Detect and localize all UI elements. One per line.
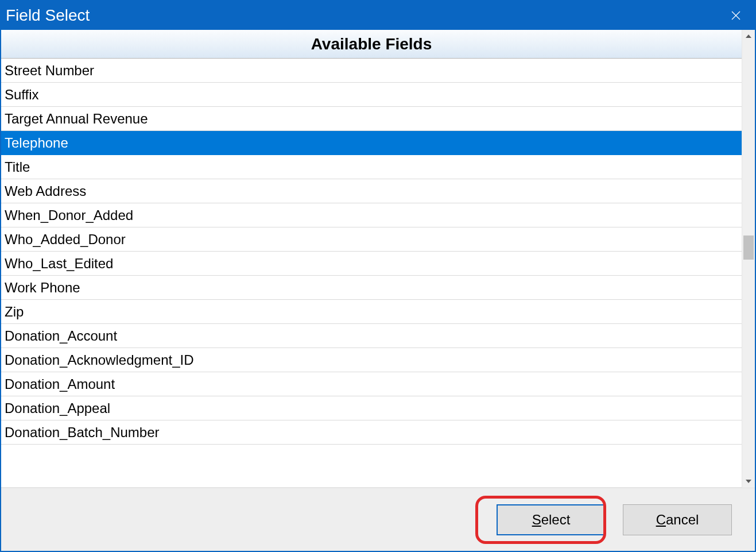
field-label: Street Number bbox=[5, 63, 94, 79]
field-row[interactable]: Donation_Batch_Number bbox=[1, 420, 742, 445]
field-label: Web Address bbox=[5, 183, 86, 199]
close-button[interactable] bbox=[722, 1, 750, 30]
field-label: When_Donor_Added bbox=[5, 207, 133, 223]
vertical-scrollbar[interactable] bbox=[742, 30, 755, 488]
field-label: Zip bbox=[5, 304, 24, 320]
field-label: Work Phone bbox=[5, 280, 80, 296]
field-row[interactable]: Work Phone bbox=[1, 276, 742, 300]
field-label: Telephone bbox=[5, 135, 68, 151]
field-row[interactable]: Donation_Acknowledgment_ID bbox=[1, 348, 742, 372]
select-button-accel: S bbox=[532, 512, 541, 527]
chevron-down-icon bbox=[746, 480, 751, 483]
field-label: Donation_Batch_Number bbox=[5, 424, 160, 441]
field-label: Donation_Amount bbox=[5, 376, 115, 392]
field-label: Title bbox=[5, 159, 30, 175]
field-row[interactable]: Web Address bbox=[1, 179, 742, 203]
field-row[interactable]: Who_Last_Edited bbox=[1, 252, 742, 276]
scroll-down-button[interactable] bbox=[742, 475, 755, 488]
scrollbar-thumb[interactable] bbox=[743, 236, 754, 260]
select-button[interactable]: Select bbox=[497, 504, 606, 535]
field-row[interactable]: Donation_Amount bbox=[1, 372, 742, 396]
field-row[interactable]: Who_Added_Donor bbox=[1, 227, 742, 252]
field-label: Who_Added_Donor bbox=[5, 231, 126, 248]
cancel-button-accel: C bbox=[656, 512, 666, 527]
close-icon bbox=[731, 10, 741, 21]
select-button-label: elect bbox=[541, 512, 571, 527]
dialog-footer: Select Cancel bbox=[1, 488, 755, 551]
field-row[interactable]: Title bbox=[1, 155, 742, 179]
cancel-button[interactable]: Cancel bbox=[623, 504, 732, 535]
field-list[interactable]: Street NumberSuffixTarget Annual Revenue… bbox=[1, 59, 742, 477]
field-row[interactable]: Zip bbox=[1, 300, 742, 324]
field-list-panel: Available Fields Street NumberSuffixTarg… bbox=[1, 30, 742, 488]
cancel-button-label: ancel bbox=[666, 512, 699, 527]
field-label: Donation_Account bbox=[5, 328, 117, 344]
field-row[interactable]: When_Donor_Added bbox=[1, 203, 742, 227]
field-label: Donation_Appeal bbox=[5, 400, 110, 416]
field-select-dialog: Field Select Available Fields Street Num… bbox=[0, 0, 756, 552]
field-row[interactable]: Target Annual Revenue bbox=[1, 107, 742, 131]
field-label: Suffix bbox=[5, 87, 39, 103]
field-row[interactable]: Suffix bbox=[1, 83, 742, 107]
titlebar: Field Select bbox=[1, 1, 755, 30]
column-header[interactable]: Available Fields bbox=[1, 30, 742, 59]
scroll-up-button[interactable] bbox=[742, 30, 755, 43]
field-label: Donation_Acknowledgment_ID bbox=[5, 352, 194, 368]
field-label: Target Annual Revenue bbox=[5, 111, 148, 127]
field-row[interactable]: Donation_Account bbox=[1, 324, 742, 348]
chevron-up-icon bbox=[746, 34, 751, 38]
dialog-body: Available Fields Street NumberSuffixTarg… bbox=[1, 30, 755, 488]
field-label: Who_Last_Edited bbox=[5, 256, 113, 272]
field-row[interactable]: Telephone bbox=[1, 131, 742, 155]
list-bottom-spacer bbox=[1, 477, 742, 488]
scrollbar-track[interactable] bbox=[742, 43, 755, 475]
window-title: Field Select bbox=[6, 6, 722, 25]
field-row[interactable]: Donation_Appeal bbox=[1, 396, 742, 420]
field-row[interactable]: Street Number bbox=[1, 59, 742, 83]
